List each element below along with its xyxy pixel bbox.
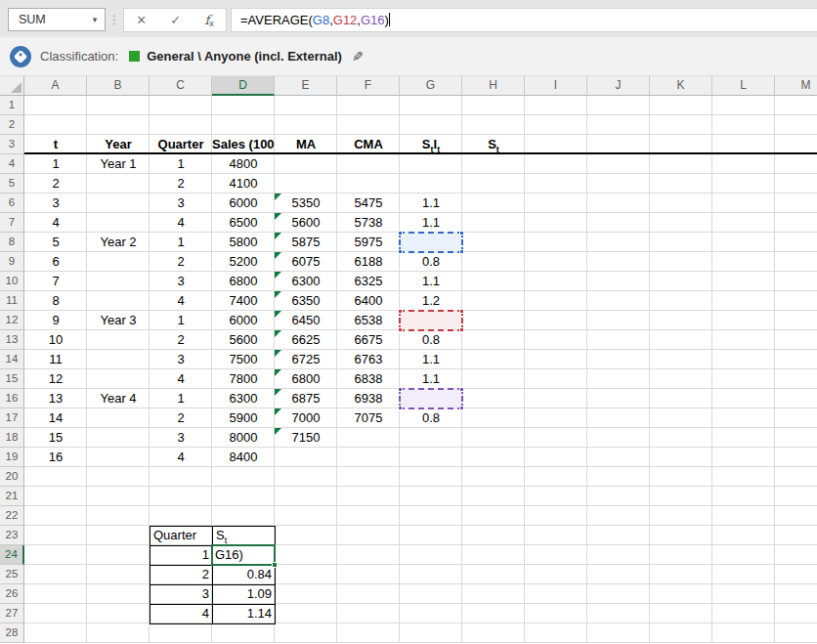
- cell-E16[interactable]: 6875: [275, 389, 337, 408]
- reference-highlight-G12[interactable]: [399, 310, 463, 331]
- cell-F9[interactable]: 6188: [337, 252, 400, 272]
- column-header-A[interactable]: A: [24, 76, 87, 96]
- marquee-handle[interactable]: [398, 327, 403, 332]
- row-header-13[interactable]: 13: [0, 330, 24, 350]
- marquee-handle[interactable]: [398, 249, 403, 254]
- cell-F10[interactable]: 6325: [337, 272, 400, 291]
- cell-H3[interactable]: St: [462, 135, 525, 154]
- row-header-8[interactable]: 8: [0, 233, 24, 252]
- cell-A17[interactable]: 14: [24, 408, 87, 428]
- cell-E12[interactable]: 6450: [275, 311, 337, 330]
- cell-D7[interactable]: 6500: [212, 213, 275, 233]
- row-header-10[interactable]: 10: [0, 272, 24, 291]
- row-header-11[interactable]: 11: [0, 291, 24, 311]
- cell-F8[interactable]: 5975: [337, 233, 400, 252]
- cell-F13[interactable]: 6675: [337, 330, 400, 350]
- column-header-I[interactable]: I: [525, 76, 587, 96]
- marquee-handle[interactable]: [459, 406, 464, 410]
- cell-A11[interactable]: 8: [24, 291, 87, 311]
- cell-C26[interactable]: 3: [150, 584, 212, 604]
- cell-D10[interactable]: 6800: [212, 272, 275, 291]
- cell-E14[interactable]: 6725: [275, 350, 337, 369]
- cell-F14[interactable]: 6763: [337, 350, 400, 369]
- cell-C13[interactable]: 2: [150, 330, 212, 350]
- column-header-H[interactable]: H: [462, 76, 525, 96]
- cell-E6[interactable]: 5350: [275, 193, 337, 213]
- marquee-handle[interactable]: [459, 327, 464, 332]
- row-header-6[interactable]: 6: [0, 193, 24, 213]
- row-header-12[interactable]: 12: [0, 311, 24, 330]
- row-header-7[interactable]: 7: [0, 213, 24, 233]
- cell-D14[interactable]: 7500: [212, 350, 275, 369]
- cell-A8[interactable]: 5: [24, 233, 87, 252]
- row-header-27[interactable]: 27: [0, 604, 24, 623]
- column-header-B[interactable]: B: [87, 76, 150, 96]
- cell-G14[interactable]: 1.1: [400, 350, 462, 369]
- marquee-handle[interactable]: [459, 309, 464, 314]
- row-header-3[interactable]: 3: [0, 135, 24, 154]
- reference-highlight-G8[interactable]: [399, 232, 463, 253]
- cell-F12[interactable]: 6538: [337, 311, 400, 330]
- cell-G3[interactable]: StIt: [400, 135, 462, 154]
- cell-A15[interactable]: 12: [24, 369, 87, 389]
- cell-B16[interactable]: Year 4: [87, 389, 150, 408]
- name-box[interactable]: SUM ▾: [8, 8, 106, 31]
- cell-D3[interactable]: Sales (1000s): [212, 135, 275, 154]
- cell-C19[interactable]: 4: [150, 448, 212, 467]
- cell-C6[interactable]: 3: [150, 193, 212, 213]
- cell-C8[interactable]: 1: [150, 233, 212, 252]
- cell-G7[interactable]: 1.1: [400, 213, 462, 233]
- cell-D17[interactable]: 5900: [212, 408, 275, 428]
- cell-B4[interactable]: Year 1: [87, 154, 150, 174]
- fill-handle[interactable]: [272, 562, 278, 568]
- cell-B3[interactable]: Year: [87, 135, 150, 154]
- cell-B8[interactable]: Year 2: [87, 233, 150, 252]
- cell-C4[interactable]: 1: [150, 154, 212, 174]
- cell-A14[interactable]: 11: [24, 350, 87, 369]
- cell-C14[interactable]: 3: [150, 350, 212, 369]
- column-header-K[interactable]: K: [650, 76, 712, 96]
- cell-A10[interactable]: 7: [24, 272, 87, 291]
- cell-A6[interactable]: 3: [24, 193, 87, 213]
- cell-C12[interactable]: 1: [150, 311, 212, 330]
- cell-G6[interactable]: 1.1: [400, 193, 462, 213]
- cell-E8[interactable]: 5875: [275, 233, 337, 252]
- cell-G11[interactable]: 1.2: [400, 291, 462, 311]
- cell-D15[interactable]: 7800: [212, 369, 275, 389]
- cell-D19[interactable]: 8400: [212, 448, 275, 467]
- cancel-icon[interactable]: ✕: [136, 13, 147, 27]
- marquee-handle[interactable]: [398, 406, 403, 410]
- cell-A7[interactable]: 4: [24, 213, 87, 233]
- marquee-handle[interactable]: [459, 231, 464, 236]
- cell-D4[interactable]: 4800: [212, 154, 275, 174]
- cell-D13[interactable]: 5600: [212, 330, 275, 350]
- cell-E9[interactable]: 6075: [275, 252, 337, 272]
- cell-C7[interactable]: 4: [150, 213, 212, 233]
- cell-G13[interactable]: 0.8: [400, 330, 462, 350]
- cell-A4[interactable]: 1: [24, 154, 87, 174]
- cell-D5[interactable]: 4100: [212, 174, 275, 193]
- column-header-D[interactable]: D: [212, 76, 275, 96]
- row-header-26[interactable]: 26: [0, 584, 24, 604]
- marquee-handle[interactable]: [459, 387, 464, 392]
- cell-F3[interactable]: CMA: [337, 135, 400, 154]
- row-header-14[interactable]: 14: [0, 350, 24, 369]
- row-header-2[interactable]: 2: [0, 115, 24, 135]
- cell-G17[interactable]: 0.8: [400, 408, 462, 428]
- cell-D8[interactable]: 5800: [212, 233, 275, 252]
- row-header-19[interactable]: 19: [0, 448, 24, 467]
- select-all-button[interactable]: [0, 76, 24, 96]
- row-header-22[interactable]: 22: [0, 506, 24, 526]
- cell-A18[interactable]: 15: [24, 428, 87, 448]
- insert-function-icon[interactable]: fx: [205, 13, 214, 28]
- formula-input[interactable]: =AVERAGE(G8,G12,G16): [231, 8, 817, 32]
- cell-E11[interactable]: 6350: [275, 291, 337, 311]
- row-header-23[interactable]: 23: [0, 526, 24, 545]
- marquee-handle[interactable]: [398, 309, 403, 314]
- cell-D25[interactable]: 0.84: [212, 565, 275, 584]
- cell-F15[interactable]: 6838: [337, 369, 400, 389]
- cell-E13[interactable]: 6625: [275, 330, 337, 350]
- cell-A19[interactable]: 16: [24, 448, 87, 467]
- column-header-L[interactable]: L: [712, 76, 775, 96]
- marquee-handle[interactable]: [398, 231, 403, 236]
